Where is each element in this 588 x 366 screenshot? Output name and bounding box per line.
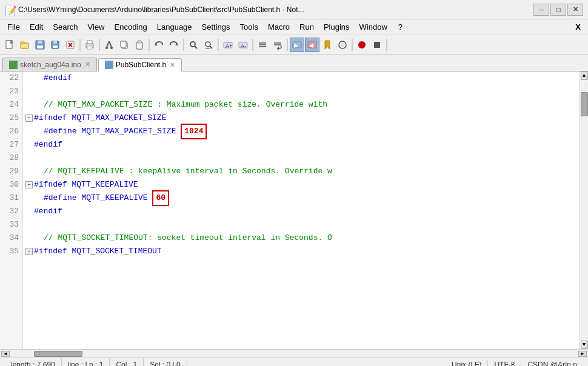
bookmarks-button[interactable] (320, 38, 335, 52)
zoom-in-button[interactable]: A+ (221, 38, 235, 52)
minimize-button[interactable]: ─ (533, 4, 549, 16)
svg-rect-7 (53, 41, 57, 44)
scroll-right[interactable]: ▶ (578, 351, 587, 357)
svg-point-27 (205, 42, 210, 47)
status-line-ending[interactable]: Unix (LF) (446, 361, 488, 367)
title-text: C:\Users\WYming\Documents\Arduino\librar… (18, 5, 533, 14)
sync-scroll-button[interactable] (255, 38, 270, 52)
fold-btn-25[interactable]: − (25, 115, 33, 122)
svg-point-44 (358, 41, 366, 48)
scroll-left[interactable]: ◀ (1, 351, 10, 357)
tab-ino-close[interactable]: ✕ (85, 61, 90, 68)
code-line-33 (25, 218, 577, 231)
close-button[interactable]: ✕ (567, 4, 583, 16)
redo-button[interactable] (167, 38, 181, 52)
macro-button[interactable] (335, 38, 350, 52)
cut-button[interactable] (102, 38, 116, 52)
menu-search[interactable]: Search (48, 21, 82, 34)
menu-window[interactable]: Window (355, 21, 392, 34)
new-file-button[interactable] (2, 38, 17, 52)
code-text-24: // MQTT_MAX_PACKET_SIZE : Maximum packet… (44, 98, 327, 111)
code-text-22: #endif (44, 72, 72, 85)
stop-button[interactable] (370, 38, 384, 52)
menu-close[interactable]: X (570, 21, 586, 33)
record-button[interactable] (355, 38, 369, 52)
scrollbar-horizontal[interactable]: ◀ ▶ (0, 349, 588, 358)
find-in-files-button[interactable] (201, 38, 216, 52)
svg-point-18 (110, 47, 113, 49)
line-number-26: 26 (2, 125, 19, 138)
open-file-button[interactable] (18, 38, 32, 52)
close-doc-button[interactable] (63, 38, 78, 52)
status-sel: Sel : 0 | 0 (144, 358, 187, 366)
line-number-30: 30 (2, 178, 19, 191)
undo-button[interactable] (152, 38, 166, 52)
hscroll-thumb[interactable] (34, 351, 82, 357)
menu-settings[interactable]: Settings (197, 21, 235, 34)
tab-h-label: PubSubClient.h (116, 61, 166, 69)
paste-button[interactable] (132, 38, 147, 52)
fold-btn-30[interactable]: − (25, 181, 33, 188)
menu-encoding[interactable]: Encoding (110, 21, 152, 34)
menu-help[interactable]: ? (393, 21, 407, 34)
scrollbar-vertical[interactable]: ▲ ▼ (580, 72, 588, 349)
tab-h-close[interactable]: ✕ (170, 61, 175, 69)
status-bar: length : 7,690 line : Ln : 1 Col : 1 Sel… (0, 358, 588, 366)
svg-text:◀: ◀ (309, 42, 313, 48)
toolbar-sep-5 (218, 39, 219, 51)
print-button[interactable] (82, 38, 97, 52)
code-line-28 (25, 151, 577, 165)
menu-bar: File Edit Search View Encoding Language … (0, 19, 588, 35)
code-line-34: // MQTT_SOCKET_TIMEOUT: socket timeout i… (25, 231, 577, 245)
svg-rect-4 (38, 41, 42, 44)
menu-edit[interactable]: Edit (25, 21, 48, 34)
indent2-button[interactable]: ◀ (305, 38, 319, 52)
wrap-button[interactable] (270, 38, 285, 52)
save-button[interactable] (33, 38, 47, 52)
code-line-26: #define MQTT_MAX_PACKET_SIZE 1024 (25, 125, 577, 138)
status-line: line : Ln : 1 (62, 358, 110, 366)
code-line-23 (25, 85, 577, 98)
status-encoding[interactable]: UTF-8 (488, 361, 521, 367)
status-length: length : 7,690 (5, 358, 62, 366)
code-text-27: #endif (34, 138, 62, 151)
tab-ino[interactable]: sketch_aug04a.ino ✕ (2, 58, 97, 71)
status-right: Unix (LF) UTF-8 CSDN @ArIn.n (446, 361, 583, 367)
line-number-27: 27 (2, 138, 19, 151)
menu-run[interactable]: Run (295, 21, 319, 34)
indent-button[interactable]: ▶ (290, 38, 304, 52)
more-tools-button[interactable] (389, 38, 404, 52)
toolbar-sep-1 (79, 39, 81, 51)
menu-tools[interactable]: Tools (235, 21, 263, 34)
menu-macro[interactable]: Macro (263, 21, 295, 34)
copy-button[interactable] (117, 38, 132, 52)
menu-language[interactable]: Language (152, 21, 197, 34)
code-text-26: #define MQTT_MAX_PACKET_SIZE (44, 125, 181, 138)
code-content[interactable]: #endif// MQTT_MAX_PACKET_SIZE : Maximum … (23, 72, 580, 349)
svg-rect-13 (87, 41, 92, 44)
maximize-button[interactable]: □ (550, 4, 566, 16)
line-number-34: 34 (2, 231, 19, 245)
svg-rect-45 (374, 42, 380, 48)
line-number-35: 35 (2, 245, 19, 258)
fold-btn-35[interactable]: − (25, 248, 33, 255)
code-text-32: #endif (34, 205, 62, 218)
toolbar-sep-6 (252, 39, 253, 51)
menu-plugins[interactable]: Plugins (319, 21, 355, 34)
tab-h[interactable]: PubSubClient.h ✕ (98, 58, 182, 72)
svg-line-26 (195, 46, 197, 48)
save-all-button[interactable] (48, 38, 62, 52)
svg-text:A-: A- (241, 43, 246, 49)
scroll-up[interactable]: ▲ (581, 72, 588, 80)
toolbar: A+ A- ▶ ◀ (0, 35, 588, 55)
app-icon: 📝 (5, 5, 15, 15)
line-number-28: 28 (2, 151, 19, 165)
menu-view[interactable]: View (83, 21, 110, 34)
code-text-29: // MQTT_KEEPALIVE : keepAlive interval i… (44, 165, 332, 178)
scroll-thumb[interactable] (581, 92, 588, 116)
find-button[interactable] (186, 38, 201, 52)
zoom-out-button[interactable]: A- (236, 38, 250, 52)
scroll-down[interactable]: ▼ (581, 341, 588, 349)
menu-file[interactable]: File (2, 21, 25, 34)
code-line-24: // MQTT_MAX_PACKET_SIZE : Maximum packet… (25, 98, 577, 111)
